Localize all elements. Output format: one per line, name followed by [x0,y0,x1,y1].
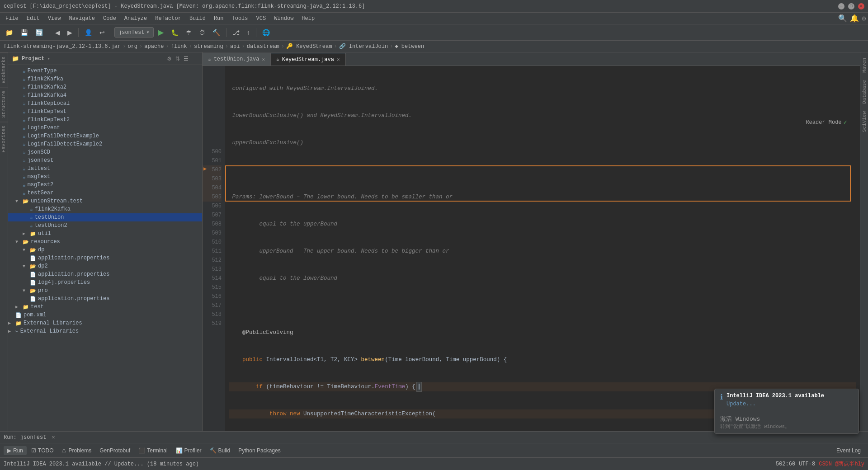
genprotobuf-btn[interactable]: GenProtobuf [96,446,134,455]
run-close-icon[interactable]: ✕ [52,434,55,441]
minimize-btn[interactable]: — [838,3,844,9]
tree-item-pro[interactable]: ▼ 📂 pro [8,287,202,295]
reader-mode-btn[interactable]: Reader Mode ✓ [806,118,847,126]
tree-item-flink2kafka2[interactable]: ☕ flink2Kafka2 [8,83,202,91]
line-col-indicator[interactable]: 502:60 [776,461,795,467]
tree-item-msgtest[interactable]: ☕ msgTest [8,173,202,181]
forward-btn[interactable]: ▶ [65,27,75,38]
tab-testunion[interactable]: ☕ testUnion.java ✕ [203,53,271,66]
build-panel-btn[interactable]: 🔨 Build [206,446,234,455]
tree-item-flink2kafka-u[interactable]: ☕ flink2Kafka [8,205,202,213]
code-content[interactable]: configured with KeyedStream.IntervalJoin… [225,66,860,431]
translate-btn[interactable]: 🌐 [259,27,273,38]
tree-item-msgtest2[interactable]: ☕ msgTest2 [8,181,202,189]
tree-item-resources[interactable]: ▼ 📂 resources [8,238,202,246]
project-filter-btn[interactable]: ☰ [183,55,189,63]
structure-tab[interactable]: Structure [0,87,8,121]
menu-analyze[interactable]: Analyze [121,14,151,23]
menu-refactor[interactable]: Refactor [151,14,185,23]
tree-item-testgear[interactable]: ☕ testGear [8,189,202,197]
notification-icon[interactable]: 🔔 [850,14,859,23]
tree-item-pom[interactable]: 📄 pom.xml [8,311,202,319]
open-file-btn[interactable]: 📁 [3,27,16,38]
menu-view[interactable]: View [44,14,65,23]
breadcrumb-streaming[interactable]: streaming [194,43,223,50]
tree-item-util[interactable]: ▶ 📁 util [8,230,202,238]
menu-build[interactable]: Build [186,14,209,23]
tree-item-test[interactable]: ▶ 📁 test [8,303,202,311]
profiler-btn[interactable]: 📊 Profiler [172,446,205,455]
tree-item-log4j[interactable]: 📄 log4j.properties [8,278,202,287]
tree-item-loginfaildetect2[interactable]: ☕ LoginFailDetectExample2 [8,140,202,148]
python-packages-btn[interactable]: Python Packages [235,446,284,455]
sciview-tab[interactable]: SciView [861,108,868,136]
project-dropdown-icon[interactable]: ▾ [47,56,50,61]
database-tab[interactable]: Database [861,76,868,108]
breadcrumb-between[interactable]: ◆ between [395,43,424,50]
encoding-indicator[interactable]: UTF-8 [799,461,815,467]
update-link[interactable]: Update... [726,401,756,407]
breadcrumb-api[interactable]: api [230,43,240,50]
terminal-btn[interactable]: ⬛ Terminal [135,446,171,455]
tree-item-scratches[interactable]: ▶ ✂ External Libraries [8,327,202,335]
search-btn[interactable]: 🔍 [838,14,847,23]
sync-btn[interactable]: 🔄 [33,27,46,38]
tree-item-unionstream[interactable]: ▼ 📂 unionStream.test [8,197,202,205]
tree-item-dp2[interactable]: ▼ 📂 dp2 [8,262,202,270]
tree-item-dp[interactable]: ▼ 📂 dp [8,246,202,254]
tree-item-jsontest[interactable]: ☕ jsonTest [8,156,202,164]
project-collapse-btn[interactable]: — [191,55,198,63]
settings-icon[interactable]: ⚙ [862,14,866,23]
menu-help[interactable]: Help [298,14,318,23]
maximize-btn[interactable]: □ [848,3,854,9]
tab-close-btn[interactable]: ✕ [262,56,265,62]
tree-item-extlibs[interactable]: ▶ 📁 External Libraries [8,319,202,327]
tree-item-app-prop1[interactable]: 📄 application.properties [8,254,202,262]
tree-item-testunion2[interactable]: ☕ testUnion2 [8,221,202,230]
close-btn[interactable]: ✕ [858,3,864,9]
tree-item-jsonscd[interactable]: ☕ jsonSCD [8,148,202,156]
git-btn[interactable]: ↑ [244,27,253,38]
todo-btn[interactable]: ☑ TODO [28,446,57,455]
save-btn[interactable]: 💾 [18,27,31,38]
tree-item-app-prop3[interactable]: 📄 application.properties [8,295,202,303]
menu-code[interactable]: Code [99,14,120,23]
coverage-btn[interactable]: ☂ [183,27,194,38]
tree-item-app-prop2[interactable]: 📄 application.properties [8,270,202,278]
breadcrumb-keyedstream[interactable]: 🔑 KeyedStream [286,43,332,50]
run-config-dropdown[interactable]: jsonTest ▾ [114,27,154,38]
window-controls[interactable]: — □ ✕ [838,3,864,9]
tree-item-flink2kafka[interactable]: ☕ flink2Kafka [8,75,202,83]
menu-navigate[interactable]: Navigate [65,14,99,23]
maven-tab[interactable]: Maven [861,54,868,76]
tab-close-btn[interactable]: ✕ [337,56,340,62]
tree-item-testunion[interactable]: ☕ testUnion [8,213,202,221]
tab-keyedstream[interactable]: ☕ KeyedStream.java ✕ [271,53,345,66]
event-log-btn[interactable]: Event Log [833,446,864,455]
tree-item-flink2kafka4[interactable]: ☕ flink2Kafka4 [8,91,202,99]
project-sort-btn[interactable]: ⇅ [175,55,181,63]
menu-file[interactable]: File [2,14,22,23]
menu-window[interactable]: Window [270,14,297,23]
project-gear-btn[interactable]: ⚙ [166,55,173,63]
tree-item-loginfaildetect[interactable]: ☕ LoginFailDetectExample [8,132,202,140]
tree-item-flinkceptest2[interactable]: ☕ flinkCepTest2 [8,116,202,124]
build-btn[interactable]: 🔨 [210,27,223,38]
profile-btn[interactable]: ⏱ [196,27,208,38]
menu-vcs[interactable]: VCS [253,14,270,23]
menu-edit[interactable]: Edit [23,14,43,23]
switch-user-btn[interactable]: 👤 [82,27,95,38]
undo-btn[interactable]: ↩ [97,27,108,38]
menu-run[interactable]: Run [210,14,227,23]
breadcrumb-org[interactable]: org [127,43,137,50]
favorites-tab[interactable]: Favorites [0,122,8,156]
tree-item-flinkceptest[interactable]: ☕ flinkCepTest [8,108,202,116]
back-btn[interactable]: ◀ [52,27,63,38]
tree-item-eventtype[interactable]: ☕ EventType [8,67,202,75]
tree-item-flinkceplocal[interactable]: ☕ flinkCepLocal [8,99,202,108]
breadcrumb-jar[interactable]: flink-streaming-java_2.12-1.13.6.jar [4,43,121,50]
debug-button[interactable]: 🐛 [168,27,181,38]
vcs-btn[interactable]: ⎇ [230,27,242,38]
bookmarks-tab[interactable]: Bookmarks [0,52,8,87]
tree-item-lattest[interactable]: ☕ lattest [8,164,202,173]
